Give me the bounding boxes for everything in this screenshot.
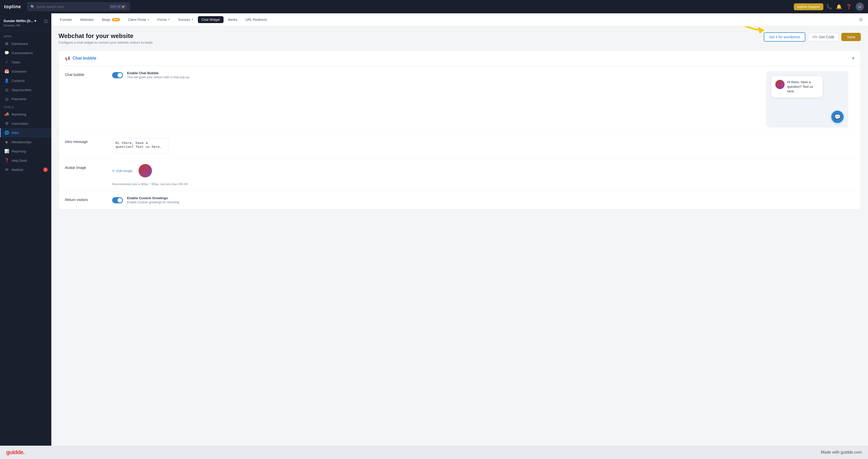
chat-bubble-card: 📢 Chat bubble ▾ Chat bubble Enable Chat … bbox=[59, 51, 861, 210]
sidebar-item-label: Conversations bbox=[11, 51, 33, 55]
sidebar-item-label: Opportunities bbox=[11, 88, 31, 92]
edit-image-button[interactable]: ✏ Edit Image bbox=[112, 169, 132, 173]
row-content: Enable Custom Greetings Enable Custom gr… bbox=[112, 196, 855, 204]
intro-message-textarea[interactable]: Hi there, have a question? Text us here. bbox=[112, 138, 168, 154]
form-row-return-visitors: Return visitors Enable Custom Greetings … bbox=[59, 191, 861, 209]
sidebar-item-automation[interactable]: ⚙ Automation bbox=[0, 119, 51, 128]
help-icon[interactable]: ❓ bbox=[846, 4, 851, 9]
card-title: 📢 Chat bubble bbox=[65, 56, 96, 61]
row-label: Avatar Image bbox=[65, 164, 106, 170]
sidebar-item-contacts[interactable]: 👤 Contacts bbox=[0, 76, 51, 85]
subnav-funnels-label: Funnels bbox=[60, 18, 72, 22]
topbar-icons: 📞 🔔 ❓ U bbox=[827, 3, 864, 11]
phone-icon[interactable]: 📞 bbox=[827, 4, 832, 9]
enable-desc: Enable Custom greetings for returning bbox=[127, 201, 179, 204]
apps-section-label: Apps bbox=[0, 33, 51, 39]
sidebar-item-opportunities[interactable]: ◎ Opportunities bbox=[0, 85, 51, 94]
search-bar[interactable]: 🔍 Ctrl + K ⚡ bbox=[27, 2, 130, 11]
account-location: Scranton, PA bbox=[4, 24, 48, 27]
row-content: ✏ Edit Image Recommended size is 300px *… bbox=[112, 164, 855, 186]
chevron-down-icon: ▾ bbox=[168, 18, 170, 21]
page-header-text: Webchat for your website Configure a cha… bbox=[59, 32, 153, 44]
sidebar-item-dashboard[interactable]: ⊞ Dashboard bbox=[0, 39, 51, 48]
chevron-down-icon: ▾ bbox=[192, 18, 193, 21]
subnav-chat-widget-label: Chat Widget bbox=[202, 18, 220, 22]
sidebar-item-conversations[interactable]: 💬 Conversations bbox=[0, 48, 51, 58]
sidebar-item-label: Help Desk bbox=[11, 159, 27, 162]
search-input[interactable] bbox=[37, 5, 107, 9]
get-wordpress-button[interactable]: Get it for wordpress bbox=[764, 32, 805, 41]
chat-preview-area: Hi there, have a question? Text us here.… bbox=[483, 71, 855, 128]
dashboard-icon: ⊞ bbox=[4, 41, 9, 46]
account-name[interactable]: Dunder Mifflin [D... ▾ ◫ bbox=[4, 19, 48, 23]
row-content: Hi there, have a question? Text us here. bbox=[112, 138, 855, 154]
subnav-chat-widget[interactable]: Chat Widget bbox=[198, 16, 223, 23]
save-button[interactable]: Save bbox=[841, 33, 861, 41]
subnav-surveys-label: Surveys bbox=[178, 18, 190, 22]
sidebar-item-mailfold[interactable]: ✉ Mailfold 2 bbox=[0, 165, 51, 174]
contacts-icon: 👤 bbox=[4, 78, 9, 83]
chat-preview-text: Hi there, have a question? Text us here. bbox=[787, 80, 818, 94]
form-row-chat-bubble: Chat bubble Enable Chat Bubble This will… bbox=[59, 66, 861, 133]
sidebar-item-label: Mailfold bbox=[11, 168, 23, 172]
sidebar-item-label: Memberships bbox=[11, 140, 32, 144]
sidebar-item-marketing[interactable]: 📣 Marketing bbox=[0, 110, 51, 119]
sidebar-item-scheduler[interactable]: 📅 Scheduler bbox=[0, 67, 51, 76]
chat-preview: Hi there, have a question? Text us here.… bbox=[766, 71, 848, 128]
subnav-media[interactable]: Media bbox=[224, 16, 241, 23]
sidebar-item-label: Sites bbox=[11, 131, 19, 135]
subnav-forms[interactable]: Forms ▾ bbox=[154, 16, 174, 23]
avatar-image bbox=[138, 164, 152, 177]
sidebar-item-reporting[interactable]: 📊 Reporting bbox=[0, 147, 51, 156]
chat-bubble-preview: Hi there, have a question? Text us here. bbox=[771, 76, 823, 97]
bell-icon[interactable]: 🔔 bbox=[836, 4, 842, 9]
chat-widget-button[interactable]: 💬 bbox=[831, 111, 844, 123]
subnav-blogs[interactable]: Blogs New bbox=[98, 16, 123, 23]
enable-label: Enable Chat Bubble bbox=[127, 71, 189, 75]
get-code-button[interactable]: </> Get Code bbox=[808, 33, 839, 41]
chat-preview-avatar bbox=[775, 80, 784, 89]
subnav-client-portal-label: Client Portal bbox=[128, 18, 146, 22]
sidebar-item-memberships[interactable]: ◈ Memberships bbox=[0, 137, 51, 147]
avatar[interactable]: U bbox=[856, 3, 864, 11]
subnav-url-redirects-label: URL Redirects bbox=[245, 18, 267, 22]
page-content: Webchat for your website Configure a cha… bbox=[51, 26, 868, 446]
conversations-icon: 💬 bbox=[4, 51, 9, 55]
avatar-image-description: Recommended size is 300px * 300px, size … bbox=[112, 183, 188, 186]
sidebar-item-label: Tasks bbox=[11, 60, 20, 64]
subnav-client-portal[interactable]: Client Portal ▾ bbox=[124, 16, 153, 23]
memberships-icon: ◈ bbox=[4, 140, 9, 144]
sidebar-item-payments[interactable]: 🗂 Payments bbox=[0, 94, 51, 103]
search-shortcut: Ctrl + K ⚡ bbox=[109, 5, 127, 9]
reporting-icon: 📊 bbox=[4, 149, 9, 154]
row-content: Enable Chat Bubble This will greet your … bbox=[112, 71, 477, 79]
settings-icon[interactable]: ⚙ bbox=[859, 17, 863, 23]
avatar-thumbnail bbox=[138, 164, 152, 177]
mailfold-icon: ✉ bbox=[4, 167, 9, 172]
subnav-funnels[interactable]: Funnels bbox=[57, 16, 75, 23]
enable-custom-greetings-toggle[interactable] bbox=[112, 197, 123, 203]
sidebar-item-tasks[interactable]: ✓ Tasks bbox=[0, 58, 51, 67]
account-selector[interactable]: Dunder Mifflin [D... ▾ ◫ Scranton, PA bbox=[0, 17, 51, 31]
subnav-url-redirects[interactable]: URL Redirects bbox=[242, 16, 271, 23]
subnav-websites[interactable]: Websites bbox=[76, 16, 97, 23]
blogs-new-badge: New bbox=[112, 18, 120, 21]
subnav-surveys[interactable]: Surveys ▾ bbox=[175, 16, 197, 23]
card-header: 📢 Chat bubble ▾ bbox=[59, 51, 861, 66]
sidebar: Dunder Mifflin [D... ▾ ◫ Scranton, PA Ap… bbox=[0, 13, 51, 446]
sidebar-collapse-button[interactable]: ◫ bbox=[44, 19, 48, 23]
row-label: Chat bubble bbox=[65, 71, 106, 77]
page-actions: Get it for wordpress </> Get Code Save bbox=[764, 32, 861, 41]
sidebar-item-sites[interactable]: 🌐 Sites bbox=[0, 128, 51, 137]
app-logo: topline bbox=[4, 4, 21, 9]
collapse-icon[interactable]: ▾ bbox=[852, 56, 855, 61]
sidebar-item-helpdesk[interactable]: ❓ Help Desk bbox=[0, 156, 51, 165]
enable-label: Enable Custom Greetings bbox=[127, 196, 179, 200]
tools-section-label: Tools bbox=[0, 103, 51, 110]
scheduler-icon: 📅 bbox=[4, 69, 9, 74]
bottom-bar: guidde. Made with guidde.com bbox=[0, 446, 868, 459]
support-button[interactable]: topline Support bbox=[794, 3, 823, 10]
opportunities-icon: ◎ bbox=[4, 88, 9, 92]
enable-chat-bubble-toggle[interactable] bbox=[112, 72, 123, 78]
form-row-avatar-image: Avatar Image ✏ Edit Image Recommended si… bbox=[59, 159, 861, 191]
